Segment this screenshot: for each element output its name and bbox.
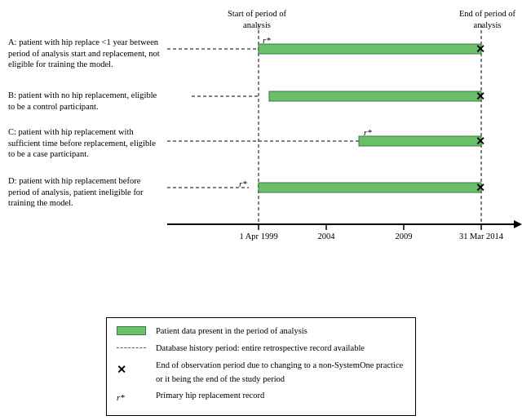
svg-text:r*: r*: [239, 179, 247, 188]
svg-text:✕: ✕: [476, 181, 485, 194]
legend-hip-text: Primary hip replacement record: [156, 389, 405, 403]
legend-row-dashed: Database history period: entire retrospe…: [117, 342, 405, 356]
diagram-area: Start of period of analysis End of perio…: [8, 8, 514, 261]
timeline-svg: r* ✕ ✕ r* ✕ r*: [167, 8, 522, 253]
legend-green-bar-icon: [117, 325, 149, 335]
svg-text:✕: ✕: [476, 135, 485, 148]
row-c-label: C: patient with hip replacement with suf…: [8, 126, 163, 160]
legend-box: Patient data present in the period of an…: [106, 317, 416, 416]
main-container: Start of period of analysis End of perio…: [0, 0, 522, 420]
svg-text:2004: 2004: [318, 232, 336, 241]
legend-x-text: End of observation period due to changin…: [156, 359, 405, 387]
svg-text:31 Mar 2014: 31 Mar 2014: [459, 232, 504, 241]
svg-text:r*: r*: [263, 35, 271, 45]
legend-hip-icon: r*: [117, 389, 149, 405]
svg-text:1 Apr 1999: 1 Apr 1999: [239, 232, 277, 241]
legend-row-x: ✕ End of observation period due to chang…: [117, 359, 405, 387]
legend-row-hip: r* Primary hip replacement record: [117, 389, 405, 405]
legend-dashed-text: Database history period: entire retrospe…: [156, 342, 405, 356]
svg-rect-3: [259, 44, 481, 54]
legend-x-icon: ✕: [117, 359, 149, 378]
svg-rect-15: [259, 183, 481, 192]
svg-marker-18: [514, 220, 522, 228]
row-d-label: D: patient with hip replacement before p…: [8, 175, 163, 209]
row-a-label: A: patient with hip replace <1 year betw…: [8, 37, 163, 70]
svg-text:r*: r*: [364, 127, 372, 137]
svg-rect-10: [359, 136, 481, 146]
legend-dashed-icon: [117, 342, 149, 348]
svg-text:✕: ✕: [476, 42, 485, 55]
legend-row-green: Patient data present in the period of an…: [117, 325, 405, 338]
svg-rect-7: [269, 91, 481, 101]
legend-green-bar-text: Patient data present in the period of an…: [156, 325, 405, 338]
svg-text:2009: 2009: [396, 232, 413, 241]
row-b-label: B: patient with no hip replacement, elig…: [8, 90, 163, 112]
svg-text:✕: ✕: [476, 90, 485, 103]
